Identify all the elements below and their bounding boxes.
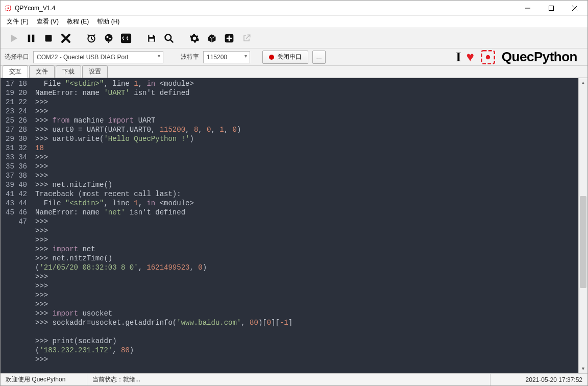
status-state: 当前状态：就绪... <box>87 374 491 385</box>
cancel-icon[interactable] <box>58 30 74 46</box>
menu-help[interactable]: 帮助 (H) <box>93 16 124 27</box>
play-icon[interactable] <box>6 30 22 46</box>
svg-point-1 <box>8 7 9 9</box>
scroll-down-icon[interactable]: ▼ <box>579 364 587 373</box>
brand-i: I <box>456 50 461 65</box>
title-bar: QPYcom_V1.4 <box>1 1 587 16</box>
more-button[interactable]: … <box>312 51 326 64</box>
scroll-up-icon[interactable]: ▲ <box>579 78 587 87</box>
quote-icon[interactable] <box>118 30 134 46</box>
vertical-scrollbar[interactable]: ▲ ▼ <box>578 78 587 373</box>
port-label: 选择串口 <box>5 53 29 61</box>
heart-icon: ♥ <box>466 49 474 65</box>
svg-point-11 <box>106 36 108 38</box>
status-bar: 欢迎使用 QuecPython 当前状态：就绪... 2021-05-20 17… <box>1 373 587 385</box>
close-port-button[interactable]: 关闭串口 <box>262 51 308 64</box>
svg-rect-7 <box>32 34 35 41</box>
globe-icon[interactable] <box>101 30 117 46</box>
menu-file[interactable]: 文件 (F) <box>3 16 33 27</box>
port-select[interactable]: COM22 - Quectel USB DIAG Port <box>33 51 163 63</box>
svg-rect-8 <box>45 35 52 41</box>
close-port-label: 关闭串口 <box>277 53 302 61</box>
svg-point-19 <box>486 55 491 59</box>
brand-logo-icon <box>479 49 497 66</box>
cube-icon[interactable] <box>204 30 220 46</box>
external-link-icon[interactable] <box>238 30 255 46</box>
pause-icon[interactable] <box>23 30 39 46</box>
svg-point-12 <box>109 38 111 39</box>
tab-settings[interactable]: 设置 <box>82 65 108 78</box>
editor: 17 18 19 20 21 22 23 24 25 26 27 28 29 3… <box>1 78 587 373</box>
code-area[interactable]: File "<stdin>", line 1, in <module>NameE… <box>32 78 578 373</box>
scroll-thumb[interactable] <box>580 196 586 288</box>
stop-icon[interactable] <box>40 30 57 46</box>
gear-icon[interactable] <box>186 30 203 46</box>
menu-tutorial[interactable]: 教程 (E) <box>63 16 93 27</box>
menu-view[interactable]: 查看 (V) <box>33 16 63 27</box>
status-datetime: 2021-05-20 17:37:52 <box>491 374 587 385</box>
tab-row: 交互 文件 下载 设置 <box>1 66 587 78</box>
close-button[interactable] <box>563 1 586 16</box>
search-icon[interactable] <box>161 30 177 46</box>
alarm-icon[interactable] <box>83 30 100 46</box>
tab-file[interactable]: 文件 <box>29 65 55 78</box>
svg-rect-6 <box>28 34 31 41</box>
brand: I ♥ QuecPython <box>456 49 583 66</box>
brand-name: QuecPython <box>502 49 577 65</box>
maximize-button[interactable] <box>540 1 563 16</box>
tab-interact[interactable]: 交互 <box>3 65 28 78</box>
baud-label: 波特率 <box>181 53 199 61</box>
baud-select[interactable]: 115200 <box>203 51 250 63</box>
svg-rect-15 <box>150 38 154 41</box>
line-gutter: 17 18 19 20 21 22 23 24 25 26 27 28 29 3… <box>1 78 32 373</box>
toolbar <box>1 28 587 49</box>
svg-point-10 <box>105 34 113 41</box>
minimize-button[interactable] <box>516 1 540 16</box>
connection-row: 选择串口 COM22 - Quectel USB DIAG Port 波特率 1… <box>1 49 587 66</box>
svg-rect-14 <box>150 35 153 37</box>
menu-bar: 文件 (F) 查看 (V) 教程 (E) 帮助 (H) <box>1 16 587 28</box>
app-icon <box>5 5 12 12</box>
window-title: QPYcom_V1.4 <box>15 5 55 12</box>
svg-rect-3 <box>549 6 554 10</box>
record-dot-icon <box>269 55 274 60</box>
save-icon[interactable] <box>143 30 160 46</box>
add-icon[interactable] <box>221 30 237 46</box>
tab-download[interactable]: 下载 <box>56 65 81 78</box>
status-welcome: 欢迎使用 QuecPython <box>1 374 87 385</box>
